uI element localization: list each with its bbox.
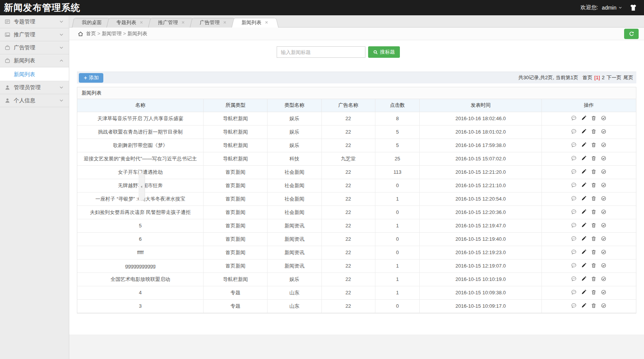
comment-icon[interactable] <box>571 169 577 175</box>
breadcrumb-item[interactable]: 新闻管理 <box>102 31 122 36</box>
delete-icon[interactable] <box>591 236 597 242</box>
cell-name: ggggggggggg <box>77 259 204 273</box>
comment-icon[interactable] <box>571 129 577 134</box>
approve-icon[interactable] <box>601 289 607 295</box>
edit-icon[interactable] <box>581 142 587 148</box>
approve-icon[interactable] <box>601 276 607 282</box>
delete-icon[interactable] <box>591 169 597 175</box>
sidebar-item[interactable]: 广告管理 <box>0 41 69 54</box>
close-icon[interactable] <box>139 20 143 24</box>
cell-operations <box>541 259 636 273</box>
pagination-link[interactable]: 2 <box>602 75 605 80</box>
sidebar-item[interactable]: 推广管理 <box>0 28 69 41</box>
column-header: 发表时间 <box>420 99 541 112</box>
edit-icon[interactable] <box>581 196 587 201</box>
approve-icon[interactable] <box>601 169 607 175</box>
tab-专题列表[interactable]: 专题列表 <box>106 17 153 28</box>
delete-icon[interactable] <box>591 155 597 161</box>
tab-label: 专题列表 <box>116 17 136 28</box>
delete-icon[interactable] <box>591 142 597 148</box>
table-row: 4专题山东2212016-10-15 10:09:38.0 <box>77 286 636 299</box>
tab-我的桌面[interactable]: 我的桌面 <box>72 17 112 28</box>
edit-icon[interactable] <box>581 289 587 295</box>
approve-icon[interactable] <box>601 303 607 308</box>
approve-icon[interactable] <box>601 209 607 215</box>
add-button[interactable]: 添加 <box>79 73 103 83</box>
approve-icon[interactable] <box>601 236 607 242</box>
edit-icon[interactable] <box>581 263 587 268</box>
delete-icon[interactable] <box>591 249 597 255</box>
edit-icon[interactable] <box>581 169 587 175</box>
edit-icon[interactable] <box>581 129 587 134</box>
comment-icon[interactable] <box>571 115 577 121</box>
cell-ad_name: 22 <box>321 273 375 286</box>
comment-icon[interactable] <box>571 222 577 228</box>
comment-icon[interactable] <box>571 303 577 308</box>
comment-icon[interactable] <box>571 236 577 242</box>
user-menu[interactable]: admin <box>602 5 623 11</box>
comment-icon[interactable] <box>571 142 577 148</box>
cell-clicks: 1 <box>375 192 420 206</box>
delete-icon[interactable] <box>591 222 597 228</box>
comment-icon[interactable] <box>571 182 577 188</box>
approve-icon[interactable] <box>601 222 607 228</box>
close-icon[interactable] <box>264 20 269 24</box>
edit-icon[interactable] <box>581 209 587 215</box>
app-title: 新闻发布管理系统 <box>0 2 80 14</box>
comment-icon[interactable] <box>571 263 577 268</box>
approve-icon[interactable] <box>601 155 607 161</box>
delete-icon[interactable] <box>591 303 597 308</box>
sidebar-item[interactable]: 专题管理 <box>0 15 69 28</box>
edit-icon[interactable] <box>581 155 587 161</box>
approve-icon[interactable] <box>601 182 607 188</box>
approve-icon[interactable] <box>601 142 607 148</box>
edit-icon[interactable] <box>581 222 587 228</box>
refresh-button[interactable] <box>624 29 639 39</box>
sidebar-item[interactable]: 管理员管理 <box>0 81 69 94</box>
delete-icon[interactable] <box>591 289 597 295</box>
delete-icon[interactable] <box>591 196 597 201</box>
edit-icon[interactable] <box>581 276 587 282</box>
search-input[interactable] <box>277 46 365 58</box>
pagination-link[interactable]: 首页 <box>582 75 592 80</box>
edit-icon[interactable] <box>581 115 587 121</box>
comment-icon[interactable] <box>571 289 577 295</box>
edit-icon[interactable] <box>581 236 587 242</box>
delete-icon[interactable] <box>591 182 597 188</box>
close-icon[interactable] <box>223 20 227 24</box>
tab-新闻列表[interactable]: 新闻列表 <box>232 17 279 28</box>
pagination-link[interactable]: 尾页 <box>623 75 633 80</box>
approve-icon[interactable] <box>601 196 607 201</box>
tshirt-icon[interactable] <box>629 4 637 11</box>
cell-type_name: 新闻资讯 <box>267 232 321 246</box>
close-icon[interactable] <box>181 20 185 24</box>
edit-icon[interactable] <box>581 303 587 308</box>
comment-icon[interactable] <box>571 155 577 161</box>
comment-icon[interactable] <box>571 249 577 255</box>
comment-icon[interactable] <box>571 276 577 282</box>
delete-icon[interactable] <box>591 263 597 268</box>
approve-icon[interactable] <box>601 115 607 121</box>
breadcrumb-item[interactable]: 新闻列表 <box>127 31 147 36</box>
pagination-link[interactable]: 下一页 <box>607 75 621 80</box>
sidebar-item[interactable]: 个人信息 <box>0 94 69 107</box>
edit-icon[interactable] <box>581 182 587 188</box>
edit-icon[interactable] <box>581 249 587 255</box>
sidebar-subitem[interactable]: 新闻列表 <box>0 67 69 81</box>
delete-icon[interactable] <box>591 129 597 134</box>
sidebar-collapse-handle[interactable] <box>139 173 145 201</box>
breadcrumb-item[interactable]: 首页 <box>86 31 96 36</box>
delete-icon[interactable] <box>591 209 597 215</box>
content: 搜标题 添加 共30记录,共2页, 当前第1页 首页[1]2下一页尾页 新闻列表 <box>69 40 644 335</box>
approve-icon[interactable] <box>601 249 607 255</box>
sidebar-item[interactable]: 新闻列表 <box>0 54 69 67</box>
approve-icon[interactable] <box>601 263 607 268</box>
search-button[interactable]: 搜标题 <box>368 46 400 58</box>
tab-广告管理[interactable]: 广告管理 <box>190 17 237 28</box>
comment-icon[interactable] <box>571 209 577 215</box>
tab-推广管理[interactable]: 推广管理 <box>148 17 195 28</box>
comment-icon[interactable] <box>571 196 577 201</box>
delete-icon[interactable] <box>591 115 597 121</box>
delete-icon[interactable] <box>591 276 597 282</box>
approve-icon[interactable] <box>601 129 607 134</box>
